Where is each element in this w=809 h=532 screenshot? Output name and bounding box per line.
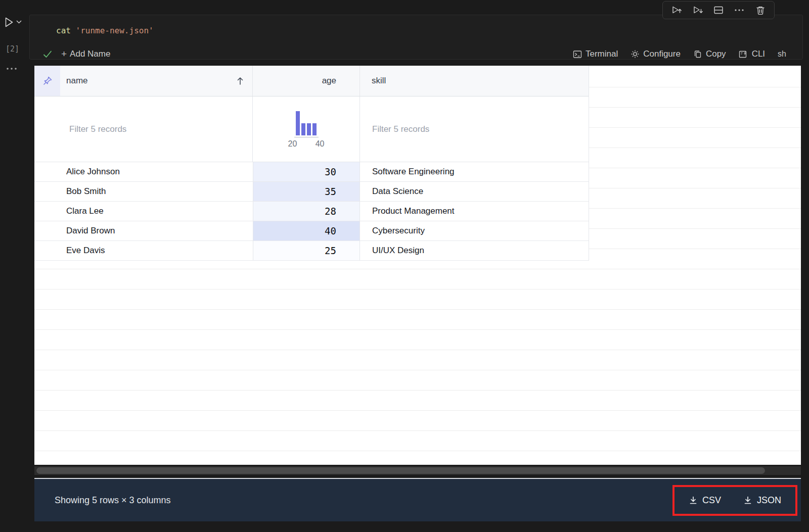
histogram-bar [307,123,311,135]
cell-toolbar [662,1,775,19]
table-row: Clara Lee 28 Product Management [34,202,589,221]
execute-above-button[interactable] [669,3,684,17]
code-argument: 'runme-new.json' [71,26,154,35]
terminal-icon [573,50,582,59]
copy-button[interactable]: Copy [693,49,726,59]
age-tick-min: 20 [288,139,297,149]
age-histogram-bars [296,110,317,135]
plus-icon: + [61,50,67,59]
histogram-bar [312,123,317,135]
language-picker[interactable]: sh [778,50,786,59]
table-row: Alice Johnson 30 Software Engineering [34,162,589,182]
table-row: David Brown 40 Cybersecurity [34,221,589,241]
export-json-button[interactable]: JSON [743,495,781,506]
cli-label: CLI [752,49,765,59]
cell-menu-dots-icon[interactable] [6,67,18,70]
success-check-icon [43,51,52,58]
pin-icon [42,75,53,86]
pin-column-header[interactable] [34,66,60,96]
code-cell: cat 'runme-new.json' + Add Name Terminal [29,15,803,60]
cell-status-bar: + Add Name Terminal Configure [43,47,786,61]
gear-icon [631,50,640,59]
cell-name[interactable]: Bob Smith [34,182,253,201]
age-histogram-ticks: 20 40 [288,139,325,149]
cli-lightning-icon [739,50,748,59]
cell-skill[interactable]: Data Science [360,182,589,201]
cell-age[interactable]: 35 [253,182,360,201]
export-highlight-box: CSV JSON [672,485,797,516]
download-icon [743,496,752,505]
row-count-summary: Showing 5 rows × 3 columns [55,495,171,506]
add-name-button[interactable]: + Add Name [61,49,110,59]
cell-skill[interactable]: UI/UX Design [360,241,589,260]
age-tick-max: 40 [316,139,325,149]
split-cell-icon[interactable] [711,3,726,17]
cell-name[interactable]: Alice Johnson [34,162,253,181]
histogram-bar [301,123,305,135]
column-header-age[interactable]: age [253,66,360,96]
code-editor[interactable]: cat 'runme-new.json' [56,25,154,36]
table-filter-row: Filter 5 records 20 40 Filter 5 records [34,96,589,162]
name-filter-placeholder: Filter 5 records [69,124,126,134]
export-csv-label: CSV [702,495,721,506]
delete-cell-icon[interactable] [753,3,768,17]
column-header-name[interactable]: name [60,66,253,96]
export-json-label: JSON [757,495,781,506]
execute-below-button[interactable] [691,3,705,17]
download-icon [689,496,698,505]
run-cell-button[interactable] [4,17,22,28]
configure-button[interactable]: Configure [631,49,681,59]
code-command: cat [56,26,71,35]
table-row: Eve Davis 25 UI/UX Design [34,241,589,261]
table-output-panel: name age skill Filter 5 records 20 [34,66,801,465]
terminal-label: Terminal [586,49,618,59]
cell-skill[interactable]: Software Engineering [360,162,589,181]
cell-age[interactable]: 28 [253,202,360,221]
cli-button[interactable]: CLI [739,49,765,59]
cell-age[interactable]: 40 [253,221,360,240]
cell-name[interactable]: David Brown [34,221,253,240]
sort-ascending-icon [236,76,244,85]
copy-icon [693,50,702,59]
cell-skill[interactable]: Cybersecurity [360,221,589,240]
skill-filter-input[interactable]: Filter 5 records [360,96,589,162]
name-filter-input[interactable]: Filter 5 records [34,96,253,162]
execution-count: [2] [6,44,19,54]
column-header-skill-label: skill [372,76,386,86]
more-actions-icon[interactable] [732,3,746,17]
horizontal-scrollbar-track[interactable] [34,466,801,475]
play-icon [4,17,14,28]
cell-age[interactable]: 25 [253,241,360,260]
horizontal-scrollbar-thumb[interactable] [36,467,765,474]
chevron-down-icon[interactable] [16,20,22,24]
cell-age[interactable]: 30 [253,162,360,181]
column-header-skill[interactable]: skill [360,66,589,96]
table-header-row: name age skill [34,66,589,96]
table-row: Bob Smith 35 Data Science [34,182,589,202]
configure-label: Configure [643,49,681,59]
column-header-name-label: name [66,76,88,86]
data-table: name age skill Filter 5 records 20 [34,66,589,261]
age-filter-histogram[interactable]: 20 40 [253,96,360,162]
column-header-age-label: age [322,76,336,86]
cell-skill[interactable]: Product Management [360,202,589,221]
table-footer-bar: Showing 5 rows × 3 columns CSV JSON [34,478,801,521]
add-name-label: Add Name [70,49,110,59]
export-csv-button[interactable]: CSV [689,495,721,506]
terminal-button[interactable]: Terminal [573,49,618,59]
skill-filter-placeholder: Filter 5 records [372,124,429,134]
cell-name[interactable]: Clara Lee [34,202,253,221]
histogram-bar [296,111,300,135]
cell-name[interactable]: Eve Davis [34,241,253,260]
copy-label: Copy [706,49,726,59]
age-histogram-axis [294,137,319,137]
